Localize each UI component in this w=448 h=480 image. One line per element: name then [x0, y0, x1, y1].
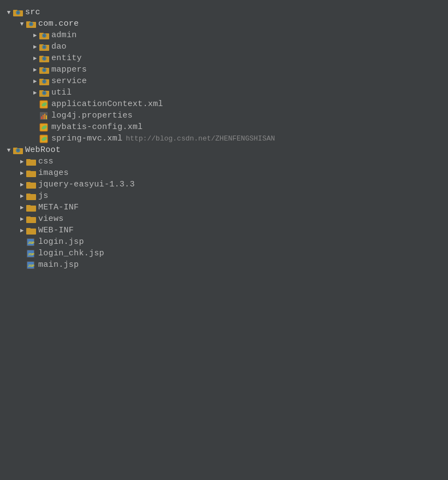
arrow-meta-inf[interactable]	[17, 204, 26, 211]
login-jsp-label: login.jsp	[38, 237, 84, 247]
tree-item-dao[interactable]: dao	[0, 41, 448, 52]
svg-rect-73	[26, 216, 31, 218]
jquery-easyui-label: jquery-easyui-1.3.3	[38, 180, 135, 189]
svg-text:JSP: JSP	[28, 264, 34, 267]
svg-text:JSP: JSP	[28, 241, 34, 244]
folder-plain-icon-web-inf	[26, 227, 36, 235]
mappers-label: mappers	[51, 65, 87, 74]
folder-plain-icon-css	[26, 158, 36, 166]
arrow-webroot[interactable]	[4, 147, 13, 154]
svg-rect-63	[26, 159, 31, 161]
arrow-web-inf[interactable]	[17, 227, 26, 234]
arrow-com-core[interactable]	[17, 21, 26, 27]
watermark-text: http://blog.csdn.net/ZHENFENGSHISAN	[126, 134, 275, 143]
properties-icon-log4j	[39, 112, 49, 120]
svg-point-19	[44, 46, 45, 48]
images-label: images	[38, 168, 69, 178]
tree-item-css[interactable]: css	[0, 156, 448, 167]
tree-item-js[interactable]: js	[0, 190, 448, 202]
arrow-src[interactable]	[4, 9, 13, 16]
svg-rect-67	[26, 182, 31, 184]
svg-rect-47	[44, 114, 45, 119]
svg-point-24	[44, 58, 45, 59]
js-label: js	[38, 191, 49, 201]
arrow-service[interactable]	[31, 78, 39, 85]
tree-item-webroot[interactable]: WebRoot	[0, 144, 448, 156]
com-core-label: com.core	[38, 19, 79, 28]
tree-item-service[interactable]: service	[0, 75, 448, 87]
folder-plain-icon-jquery	[26, 181, 36, 189]
file-tree: src com.core admin	[0, 4, 448, 273]
arrow-dao[interactable]	[31, 44, 39, 50]
svg-rect-69	[26, 194, 31, 195]
svg-rect-71	[26, 205, 31, 207]
tree-item-views[interactable]: views	[0, 213, 448, 225]
webroot-label: WebRoot	[25, 145, 61, 155]
tree-item-applicationContext[interactable]: applicationContext.xml	[0, 98, 448, 110]
svg-point-39	[44, 92, 45, 93]
svg-rect-45	[41, 116, 42, 119]
svg-point-4	[17, 12, 19, 13]
tree-item-mappers[interactable]: mappers	[0, 64, 448, 75]
login-chk-jsp-label: login_chk.jsp	[38, 249, 104, 258]
views-label: views	[38, 214, 64, 224]
tree-item-mybatis[interactable]: mybatis-config.xml	[0, 121, 448, 133]
web-inf-label: WEB-INF	[38, 226, 74, 235]
tree-item-log4j[interactable]: log4j.properties	[0, 110, 448, 121]
svg-rect-65	[26, 171, 31, 172]
xml-mybatis-icon	[39, 123, 49, 132]
log4j-label: log4j.properties	[51, 111, 133, 120]
svg-point-61	[17, 150, 19, 151]
folder-src-icon-dao	[39, 43, 49, 51]
svg-point-29	[44, 69, 45, 71]
mybatis-label: mybatis-config.xml	[51, 122, 143, 132]
dao-label: dao	[51, 42, 67, 51]
folder-plain-icon-views	[26, 215, 36, 223]
arrow-mappers[interactable]	[31, 67, 39, 73]
folder-plain-icon-meta-inf	[26, 204, 36, 212]
util-label: util	[51, 88, 72, 97]
meta-inf-label: META-INF	[38, 203, 79, 212]
tree-item-jquery-easyui[interactable]: jquery-easyui-1.3.3	[0, 179, 448, 190]
tree-item-login-chk-jsp[interactable]: JSP login_chk.jsp	[0, 248, 448, 259]
folder-src-icon-com-core	[26, 20, 36, 28]
folder-src-icon-webroot	[13, 147, 23, 154]
folder-plain-icon-images	[26, 169, 36, 177]
tree-item-entity[interactable]: entity	[0, 52, 448, 64]
svg-point-9	[31, 24, 32, 25]
folder-src-icon-mappers	[39, 66, 49, 74]
arrow-images[interactable]	[17, 170, 26, 177]
tree-item-main-jsp[interactable]: JSP main.jsp	[0, 259, 448, 271]
tree-item-web-inf[interactable]: WEB-INF	[0, 225, 448, 236]
folder-src-icon-admin	[39, 32, 49, 39]
arrow-css[interactable]	[17, 159, 26, 165]
folder-src-icon-entity	[39, 55, 49, 62]
arrow-jquery-easyui[interactable]	[17, 182, 26, 188]
xml-spring-icon-mvc	[39, 134, 49, 143]
admin-label: admin	[51, 31, 77, 40]
svg-rect-46	[43, 115, 44, 119]
tree-item-login-jsp[interactable]: JSP login.jsp	[0, 236, 448, 248]
tree-item-src[interactable]: src	[0, 7, 448, 18]
folder-src-icon-util	[39, 89, 49, 97]
svg-point-34	[44, 81, 45, 82]
jsp-icon-main: JSP	[26, 261, 36, 270]
tree-item-images[interactable]: images	[0, 167, 448, 179]
src-label: src	[25, 8, 40, 17]
jsp-icon-login: JSP	[26, 238, 36, 247]
spring-mvc-label: spring-mvc.xml	[51, 134, 122, 143]
svg-text:JSP: JSP	[28, 253, 34, 256]
tree-item-spring-mvc[interactable]: spring-mvc.xml http://blog.csdn.net/ZHEN…	[0, 133, 448, 144]
applicationContext-label: applicationContext.xml	[51, 99, 163, 109]
arrow-entity[interactable]	[31, 55, 39, 62]
folder-src-icon	[13, 9, 23, 16]
tree-item-com-core[interactable]: com.core	[0, 18, 448, 30]
arrow-js[interactable]	[17, 193, 26, 200]
tree-item-admin[interactable]: admin	[0, 30, 448, 41]
tree-item-meta-inf[interactable]: META-INF	[0, 202, 448, 213]
arrow-admin[interactable]	[31, 32, 39, 39]
arrow-util[interactable]	[31, 90, 39, 96]
arrow-views[interactable]	[17, 216, 26, 223]
tree-item-util[interactable]: util	[0, 87, 448, 98]
svg-rect-75	[26, 228, 31, 230]
